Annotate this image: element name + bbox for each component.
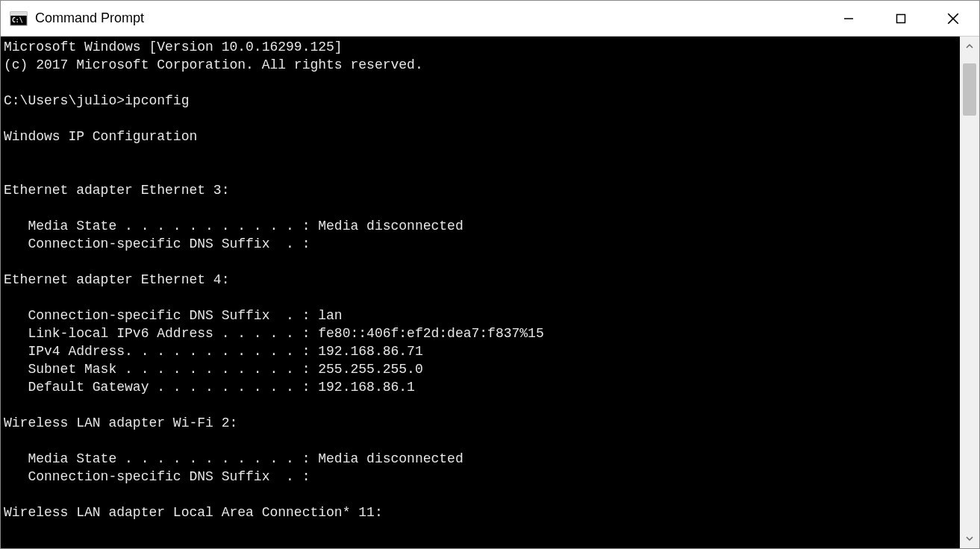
close-button[interactable]	[927, 1, 979, 36]
scroll-up-button[interactable]	[960, 37, 979, 56]
scroll-down-button[interactable]	[960, 529, 979, 548]
scrollbar-track[interactable]	[960, 56, 979, 529]
svg-rect-1	[10, 12, 27, 16]
vertical-scrollbar[interactable]	[960, 37, 979, 548]
svg-rect-4	[897, 14, 905, 22]
maximize-button[interactable]	[875, 1, 927, 36]
window-title: Command Prompt	[35, 10, 823, 26]
titlebar[interactable]: C:\ Command Prompt	[1, 1, 979, 37]
command-prompt-icon: C:\	[10, 10, 28, 28]
scrollbar-thumb[interactable]	[963, 63, 976, 116]
console-output[interactable]: Microsoft Windows [Version 10.0.16299.12…	[1, 37, 960, 548]
svg-text:C:\: C:\	[12, 17, 23, 24]
window-controls	[823, 1, 979, 36]
minimize-button[interactable]	[823, 1, 875, 36]
